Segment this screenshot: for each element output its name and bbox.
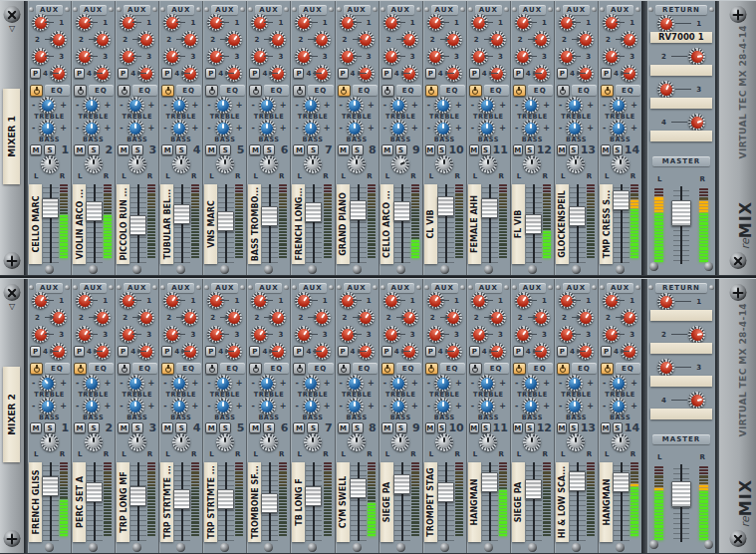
channel-fader-handle[interactable] [86, 201, 103, 221]
channel-name-tape[interactable]: SIEGE PA [380, 462, 393, 542]
bass-knob[interactable] [390, 398, 407, 415]
eq-power-button[interactable] [205, 85, 218, 97]
bass-knob[interactable] [303, 398, 320, 415]
channel-name-tape[interactable]: TROMBONE SF... [248, 462, 261, 542]
treble-knob[interactable] [434, 97, 451, 114]
pan-knob[interactable] [348, 433, 366, 451]
eq-power-button[interactable] [557, 85, 570, 97]
solo-button[interactable]: S [525, 422, 535, 433]
pre-post-button[interactable]: P [30, 346, 41, 357]
treble-knob[interactable] [522, 97, 539, 114]
channel-name-tape[interactable]: BASS TROMBO... [248, 184, 261, 264]
return-knob-3[interactable] [657, 359, 674, 376]
channel-name-tape[interactable]: FRENCH GLISS [29, 462, 42, 542]
eq-power-button[interactable] [601, 85, 614, 97]
return-knob-1[interactable] [657, 15, 674, 32]
treble-knob[interactable] [390, 97, 407, 114]
pre-post-button[interactable]: P [74, 68, 85, 79]
eq-power-button[interactable] [30, 363, 43, 375]
bass-knob[interactable] [434, 120, 451, 137]
channel-fader-handle[interactable] [42, 198, 59, 218]
pre-post-button[interactable]: P [161, 68, 172, 79]
treble-knob[interactable] [347, 97, 364, 114]
mute-button[interactable]: M [293, 144, 305, 155]
channel-fader-handle[interactable] [173, 489, 190, 509]
return-name-tape[interactable] [650, 310, 712, 321]
treble-knob[interactable] [39, 375, 56, 392]
pan-knob[interactable] [172, 433, 190, 451]
pre-post-button[interactable]: P [469, 68, 480, 79]
channel-fader-handle[interactable] [217, 211, 234, 231]
pan-knob[interactable] [260, 433, 278, 451]
pre-post-button[interactable]: P [513, 68, 524, 79]
channel-name-tape[interactable]: CELLO ARCO ... [380, 184, 393, 264]
pre-post-button[interactable]: P [425, 346, 436, 357]
channel-fader-handle[interactable] [86, 482, 103, 502]
pan-knob[interactable] [523, 433, 541, 451]
pre-post-button[interactable]: P [30, 68, 41, 79]
channel-fader-handle[interactable] [129, 215, 146, 235]
pre-post-button[interactable]: P [557, 68, 568, 79]
eq-power-button[interactable] [249, 363, 262, 375]
channel-name-tape[interactable]: HANGMAN [600, 462, 613, 542]
bass-knob[interactable] [127, 398, 144, 415]
channel-name-tape[interactable]: VNS MARC [204, 184, 217, 264]
bass-knob[interactable] [259, 398, 276, 415]
pre-post-button[interactable]: P [118, 346, 128, 357]
channel-name-tape[interactable]: TRP LONG MF [117, 462, 129, 542]
treble-knob[interactable] [522, 375, 539, 392]
pre-post-button[interactable]: P [338, 68, 349, 79]
channel-fader-handle[interactable] [481, 198, 498, 218]
bass-knob[interactable] [522, 398, 539, 415]
solo-button[interactable]: S [395, 422, 407, 433]
pre-post-button[interactable]: P [293, 68, 304, 79]
solo-button[interactable]: S [307, 144, 319, 155]
mute-button[interactable]: M [513, 144, 523, 155]
treble-knob[interactable] [171, 97, 188, 114]
solo-button[interactable]: S [525, 144, 535, 155]
mute-button[interactable]: M [513, 422, 523, 433]
channel-name-tape[interactable]: FEMALE AHH [468, 184, 481, 264]
treble-knob[interactable] [566, 97, 583, 114]
mute-button[interactable]: M [338, 422, 350, 433]
bass-knob[interactable] [347, 398, 364, 415]
treble-knob[interactable] [303, 97, 320, 114]
channel-name-tape[interactable]: HANGMAN [468, 462, 481, 542]
mute-button[interactable]: M [557, 144, 567, 155]
eq-power-button[interactable] [601, 363, 614, 375]
pre-post-button[interactable]: P [249, 346, 260, 357]
pan-knob[interactable] [128, 433, 146, 451]
mute-button[interactable]: M [205, 144, 217, 155]
treble-knob[interactable] [347, 375, 364, 392]
pan-knob[interactable] [304, 433, 322, 451]
channel-name-tape[interactable]: TMP CRESS S... [600, 184, 613, 264]
pan-knob[interactable] [612, 155, 630, 173]
channel-fader-handle[interactable] [525, 479, 542, 499]
treble-knob[interactable] [303, 375, 320, 392]
eq-power-button[interactable] [469, 363, 482, 375]
master-fader-handle[interactable] [671, 481, 691, 507]
mixer-name-tape[interactable]: MIXER 1 [3, 89, 20, 184]
bass-knob[interactable] [478, 120, 495, 137]
channel-name-tape[interactable]: HI & LOW SCA... [556, 462, 569, 542]
solo-button[interactable]: S [88, 422, 100, 433]
channel-fader-handle[interactable] [350, 478, 367, 498]
mute-button[interactable]: M [161, 422, 173, 433]
fold-arrow-button[interactable]: ▽ [9, 303, 15, 311]
treble-knob[interactable] [127, 375, 144, 392]
pan-knob[interactable] [216, 155, 234, 173]
eq-power-button[interactable] [30, 85, 43, 97]
channel-fader-handle[interactable] [481, 472, 498, 492]
treble-knob[interactable] [610, 375, 627, 392]
mute-button[interactable]: M [601, 422, 611, 433]
mute-button[interactable]: M [30, 422, 42, 433]
master-fader-handle[interactable] [671, 200, 691, 226]
channel-fader-handle[interactable] [305, 202, 322, 222]
return-knob-4[interactable] [688, 114, 705, 131]
eq-power-button[interactable] [249, 85, 262, 97]
solo-button[interactable]: S [352, 422, 364, 433]
pre-post-button[interactable]: P [205, 346, 216, 357]
mute-button[interactable]: M [205, 422, 217, 433]
mute-button[interactable]: M [293, 422, 305, 433]
bass-knob[interactable] [39, 120, 56, 137]
